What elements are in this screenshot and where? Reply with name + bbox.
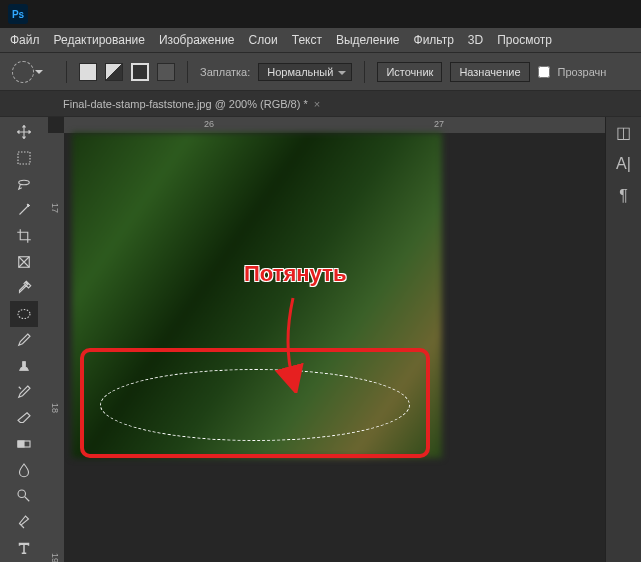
annotation-highlight-box <box>80 348 430 458</box>
toolbox <box>0 117 48 562</box>
menu-image[interactable]: Изображение <box>159 33 235 47</box>
menu-filter[interactable]: Фильтр <box>414 33 454 47</box>
history-brush-tool[interactable] <box>10 379 38 405</box>
tool-preset-picker[interactable] <box>12 61 34 83</box>
histogram-panel-icon[interactable]: ◫ <box>615 123 633 141</box>
ps-logo-icon: Ps <box>8 4 28 24</box>
move-tool[interactable] <box>10 119 38 145</box>
menu-edit[interactable]: Редактирование <box>54 33 145 47</box>
svg-point-5 <box>18 490 26 498</box>
annotation-arrow-icon <box>268 293 318 393</box>
document-tab[interactable]: Final-date-stamp-faststone.jpg @ 200% (R… <box>55 98 328 110</box>
lasso-tool[interactable] <box>10 171 38 197</box>
ruler-tick: 17 <box>50 203 60 213</box>
selection-subtract-icon[interactable] <box>131 63 149 81</box>
menu-view[interactable]: Просмотр <box>497 33 552 47</box>
svg-point-2 <box>18 310 30 319</box>
annotation-text: Потянуть <box>244 261 346 287</box>
clone-stamp-tool[interactable] <box>10 353 38 379</box>
patch-label: Заплатка: <box>200 66 250 78</box>
collapsed-panels: ◫ A| ¶ <box>605 117 641 562</box>
character-panel-icon[interactable]: A| <box>615 155 633 173</box>
document-tab-title: Final-date-stamp-faststone.jpg @ 200% (R… <box>63 98 308 110</box>
ruler-vertical: 17 18 19 <box>48 133 64 562</box>
menu-file[interactable]: Файл <box>10 33 40 47</box>
menu-3d[interactable]: 3D <box>468 33 483 47</box>
canvas-area[interactable]: 26 27 17 18 19 Потянуть <box>48 117 605 562</box>
menu-type[interactable]: Текст <box>292 33 322 47</box>
pen-tool[interactable] <box>10 509 38 535</box>
selection-intersect-icon[interactable] <box>157 63 175 81</box>
brush-tool[interactable] <box>10 327 38 353</box>
transparent-checkbox[interactable] <box>538 66 550 78</box>
menu-select[interactable]: Выделение <box>336 33 400 47</box>
dodge-tool[interactable] <box>10 483 38 509</box>
transparent-label: Прозрачн <box>558 66 607 78</box>
destination-button[interactable]: Назначение <box>450 62 529 82</box>
svg-rect-0 <box>18 152 30 164</box>
close-icon[interactable]: × <box>314 98 320 110</box>
patch-tool[interactable] <box>10 301 38 327</box>
crop-tool[interactable] <box>10 223 38 249</box>
ruler-tick: 27 <box>434 119 444 129</box>
eyedropper-tool[interactable] <box>10 275 38 301</box>
workspace: 26 27 17 18 19 Потянуть ◫ A| ¶ <box>0 117 641 562</box>
gradient-tool[interactable] <box>10 431 38 457</box>
patch-mode-dropdown[interactable]: Нормальный <box>258 63 352 81</box>
divider <box>187 61 188 83</box>
ruler-tick: 18 <box>50 403 60 413</box>
divider <box>66 61 67 83</box>
paragraph-panel-icon[interactable]: ¶ <box>615 187 633 205</box>
ruler-horizontal: 26 27 <box>64 117 605 133</box>
options-bar: Заплатка: Нормальный Источник Назначение… <box>0 53 641 91</box>
titlebar: Ps <box>0 0 641 28</box>
menubar: Файл Редактирование Изображение Слои Тек… <box>0 28 641 53</box>
marquee-tool[interactable] <box>10 145 38 171</box>
ruler-tick: 26 <box>204 119 214 129</box>
menu-layer[interactable]: Слои <box>249 33 278 47</box>
selection-new-icon[interactable] <box>79 63 97 81</box>
magic-wand-tool[interactable] <box>10 197 38 223</box>
eraser-tool[interactable] <box>10 405 38 431</box>
ruler-tick: 19 <box>50 553 60 562</box>
frame-tool[interactable] <box>10 249 38 275</box>
divider <box>364 61 365 83</box>
type-tool[interactable] <box>10 535 38 561</box>
document-tabbar: Final-date-stamp-faststone.jpg @ 200% (R… <box>0 91 641 117</box>
svg-rect-4 <box>18 441 24 447</box>
blur-tool[interactable] <box>10 457 38 483</box>
selection-add-icon[interactable] <box>105 63 123 81</box>
source-button[interactable]: Источник <box>377 62 442 82</box>
